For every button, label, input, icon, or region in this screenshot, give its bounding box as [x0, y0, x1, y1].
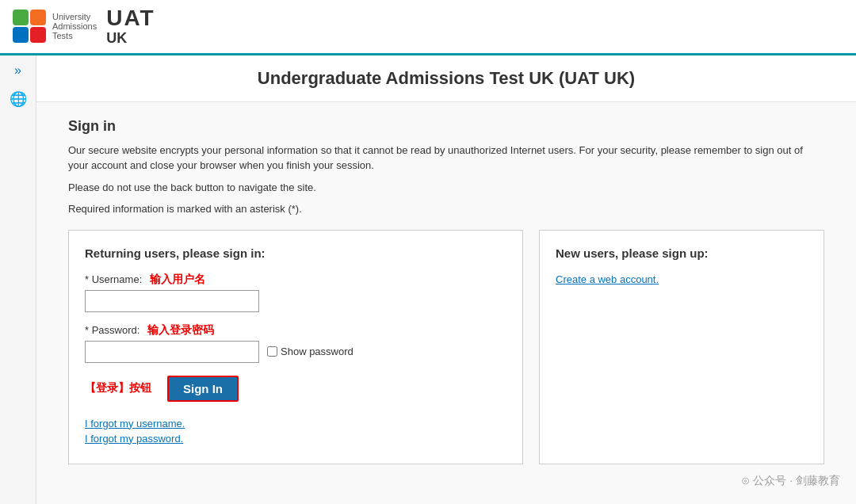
logo-text-main: UniversityAdmissionsTests: [52, 12, 97, 40]
password-input[interactable]: [85, 341, 259, 363]
username-annotation: 输入用户名: [150, 273, 205, 285]
sidebar-chevron-icon[interactable]: »: [14, 63, 21, 78]
watermark-text: ⊙ 公众号 · 剑藤教育: [741, 474, 840, 487]
show-password-label[interactable]: Show password: [267, 346, 353, 357]
returning-users-card: Returning users, please sign in: * Usern…: [68, 230, 523, 464]
username-group: * Username: 输入用户名: [85, 273, 506, 312]
new-users-card-title: New users, please sign up:: [556, 246, 808, 260]
info-text-3: Required information is marked with an a…: [68, 201, 824, 217]
cards-row: Returning users, please sign in: * Usern…: [68, 230, 824, 464]
password-annotation: 输入登录密码: [147, 323, 214, 336]
sign-in-row: 【登录】按钮 Sign In: [85, 376, 506, 402]
sidebar: » 🌐: [0, 55, 36, 504]
password-label-row: * Password: 输入登录密码: [85, 323, 506, 338]
layout: » 🌐 Undergraduate Admissions Test UK (UA…: [0, 55, 856, 504]
page-title: Undergraduate Admissions Test UK (UAT UK…: [68, 68, 824, 89]
create-account-link[interactable]: Create a web account.: [556, 273, 659, 285]
main-content: Undergraduate Admissions Test UK (UAT UK…: [36, 55, 856, 504]
logo: UniversityAdmissionsTests UAT UK: [13, 6, 155, 47]
show-password-checkbox[interactable]: [267, 346, 277, 357]
logo-uat-label: UAT: [106, 6, 155, 31]
forgot-password-link[interactable]: I forgot my password.: [85, 433, 506, 445]
username-label: * Username:: [85, 273, 142, 285]
sidebar-globe-icon[interactable]: 🌐: [10, 90, 27, 108]
logo-squares: [13, 10, 46, 43]
header: UniversityAdmissionsTests UAT UK: [0, 0, 856, 55]
watermark: ⊙ 公众号 · 剑藤教育: [741, 474, 840, 488]
logo-uk-label: UK: [106, 31, 155, 47]
info-text-1: Our secure website encrypts your persona…: [68, 143, 824, 174]
info-text-2: Please do not use the back button to nav…: [68, 180, 824, 196]
forgot-username-link[interactable]: I forgot my username.: [85, 418, 506, 430]
page-title-bar: Undergraduate Admissions Test UK (UAT UK…: [36, 55, 856, 102]
password-group: * Password: 输入登录密码 Show password: [85, 323, 506, 363]
logo-text: UniversityAdmissionsTests: [52, 12, 97, 40]
logo-sq-red: [30, 27, 46, 43]
forgot-links: I forgot my username. I forgot my passwo…: [85, 418, 506, 445]
returning-card-title: Returning users, please sign in:: [85, 246, 506, 260]
username-input[interactable]: [85, 290, 259, 312]
new-users-card: New users, please sign up: Create a web …: [539, 230, 824, 464]
section-title: Sign in: [68, 118, 824, 135]
show-password-text: Show password: [281, 346, 353, 357]
login-annotation: 【登录】按钮: [85, 381, 151, 395]
content-area: Sign in Our secure website encrypts your…: [36, 102, 856, 504]
sign-in-button[interactable]: Sign In: [167, 376, 239, 402]
logo-sq-blue: [13, 27, 29, 43]
logo-sq-orange: [30, 10, 46, 25]
username-label-row: * Username: 输入用户名: [85, 273, 506, 287]
logo-sq-green: [13, 10, 29, 25]
password-row: Show password: [85, 341, 506, 363]
password-label: * Password:: [85, 324, 139, 336]
